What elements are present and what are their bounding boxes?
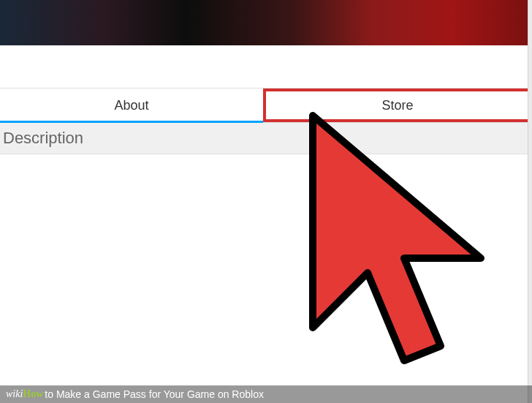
- section-title: Description: [3, 129, 529, 148]
- tab-about[interactable]: About: [0, 88, 263, 122]
- tab-about-label: About: [114, 98, 148, 113]
- description-content: [0, 154, 532, 403]
- tab-store[interactable]: Store: [263, 88, 532, 122]
- caption-bar: wiki How to Make a Game Pass for Your Ga…: [0, 385, 532, 403]
- section-header: Description: [0, 123, 532, 154]
- caption-text: to Make a Game Pass for Your Game on Rob…: [45, 388, 264, 400]
- tab-store-label: Store: [381, 98, 413, 113]
- game-banner: [0, 0, 532, 45]
- caption-brand-suffix: How: [23, 388, 43, 400]
- spacer: [0, 45, 532, 88]
- tabs-row: About Store: [0, 88, 532, 123]
- caption-brand-prefix: wiki: [6, 388, 23, 400]
- right-border: [528, 0, 532, 403]
